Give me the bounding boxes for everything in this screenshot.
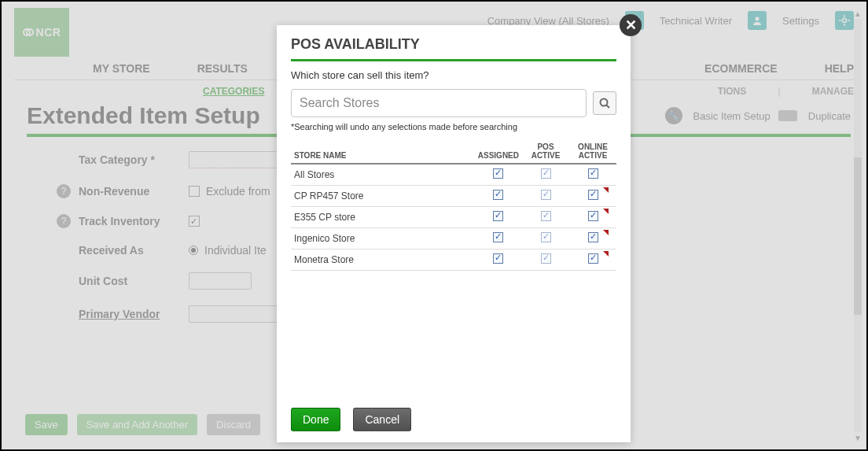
assigned-checkbox[interactable] bbox=[493, 211, 503, 221]
save-add-button[interactable]: Save and Add Another bbox=[77, 414, 197, 435]
store-name-cell: E355 CP store bbox=[291, 207, 475, 228]
pos-active-checkbox[interactable] bbox=[541, 253, 551, 264]
col-online-active: ONLINEACTIVE bbox=[569, 139, 616, 164]
assigned-checkbox[interactable] bbox=[493, 168, 503, 179]
label-received-as: Received As bbox=[79, 244, 189, 257]
label-individual: Individual Ite bbox=[204, 244, 267, 257]
search-placeholder: Search Stores bbox=[300, 96, 379, 110]
assigned-checkbox[interactable] bbox=[493, 190, 503, 200]
online-active-checkbox[interactable] bbox=[588, 253, 598, 264]
stores-table: STORE NAME ASSIGNED POSACTIVE ONLINEACTI… bbox=[291, 139, 616, 271]
online-active-checkbox[interactable] bbox=[588, 232, 598, 242]
duplicate-link[interactable]: Duplicate bbox=[808, 110, 851, 122]
nav-ecommerce[interactable]: ECOMMERCE bbox=[704, 62, 778, 75]
svg-point-3 bbox=[756, 17, 760, 21]
modal-title: POS AVAILABILITY bbox=[291, 36, 616, 61]
scroll-down-icon[interactable]: ▼ bbox=[852, 432, 863, 443]
close-icon[interactable]: ✕ bbox=[620, 14, 642, 36]
wrench-icon: 🔧 bbox=[665, 107, 682, 124]
assigned-checkbox[interactable] bbox=[493, 232, 503, 242]
subnav-manage[interactable]: MANAGE bbox=[812, 86, 854, 97]
col-pos-active: POSACTIVE bbox=[522, 139, 569, 164]
flag-icon bbox=[603, 187, 609, 193]
label-unit-cost: Unit Cost bbox=[79, 275, 189, 287]
online-active-checkbox[interactable] bbox=[588, 190, 598, 200]
store-name-cell: Monetra Store bbox=[291, 250, 475, 271]
subnav-categories[interactable]: CATEGORIES bbox=[203, 86, 264, 97]
search-stores-input[interactable]: Search Stores bbox=[291, 89, 587, 117]
svg-point-4 bbox=[843, 19, 847, 23]
pos-active-checkbox[interactable] bbox=[541, 211, 551, 221]
store-name-cell: Ingenico Store bbox=[291, 228, 475, 250]
pos-availability-modal: ✕ POS AVAILABILITY Which store can sell … bbox=[277, 25, 631, 442]
flag-icon bbox=[603, 251, 609, 257]
label-track-inventory: Track Inventory bbox=[79, 215, 189, 227]
online-active-checkbox[interactable] bbox=[588, 211, 598, 221]
label-primary-vendor: Primary Vendor bbox=[79, 308, 189, 320]
help-icon[interactable]: ? bbox=[57, 184, 71, 198]
nav-results[interactable]: RESULTS bbox=[197, 62, 248, 75]
label-tax-category: Tax Category * bbox=[79, 153, 189, 166]
table-row: Ingenico Store bbox=[291, 228, 616, 250]
logo: NCR bbox=[14, 8, 69, 57]
table-row: E355 CP store bbox=[291, 207, 616, 228]
flag-icon bbox=[603, 209, 609, 214]
assigned-checkbox[interactable] bbox=[493, 253, 503, 264]
col-store-name: STORE NAME bbox=[291, 139, 475, 164]
duplicate-icon bbox=[782, 110, 797, 121]
logo-text: NCR bbox=[36, 26, 61, 39]
unit-cost-input[interactable] bbox=[189, 272, 252, 290]
table-row: Monetra Store bbox=[291, 250, 616, 271]
svg-line-10 bbox=[607, 105, 610, 109]
label-exclude-from: Exclude from bbox=[206, 185, 270, 198]
table-row: CP RP457 Store bbox=[291, 186, 616, 207]
save-button[interactable]: Save bbox=[25, 414, 68, 435]
scroll-up-icon[interactable]: ▲ bbox=[852, 8, 863, 19]
nav-my-store[interactable]: MY STORE bbox=[93, 62, 150, 75]
received-as-radio[interactable] bbox=[189, 246, 198, 255]
nav-help[interactable]: HELP bbox=[825, 62, 854, 75]
subnav-tions[interactable]: TIONS bbox=[718, 86, 747, 97]
user-icon[interactable] bbox=[748, 11, 767, 30]
exclude-checkbox[interactable] bbox=[189, 186, 200, 197]
user-role[interactable]: Technical Writer bbox=[660, 15, 732, 27]
svg-point-9 bbox=[601, 99, 608, 106]
pos-active-checkbox[interactable] bbox=[541, 232, 551, 242]
help-icon[interactable]: ? bbox=[57, 214, 71, 228]
discard-button[interactable]: Discard bbox=[207, 414, 260, 435]
col-assigned: ASSIGNED bbox=[475, 139, 522, 164]
label-non-revenue: Non-Revenue bbox=[79, 185, 189, 198]
basic-item-setup-link[interactable]: Basic Item Setup bbox=[693, 110, 771, 122]
done-button[interactable]: Done bbox=[291, 408, 340, 431]
online-active-checkbox[interactable] bbox=[588, 168, 598, 179]
modal-subtitle: Which store can sell this item? bbox=[291, 69, 616, 81]
scrollbar[interactable]: ▲ ▼ bbox=[852, 8, 863, 443]
track-inventory-checkbox[interactable] bbox=[189, 216, 200, 227]
pos-active-checkbox[interactable] bbox=[541, 168, 551, 179]
cancel-button[interactable]: Cancel bbox=[353, 408, 411, 431]
scroll-thumb[interactable] bbox=[854, 157, 862, 315]
store-name-cell: All Stores bbox=[291, 164, 475, 186]
search-button[interactable] bbox=[593, 91, 616, 115]
gear-icon[interactable] bbox=[835, 11, 854, 30]
page-title: Extended Item Setup bbox=[27, 102, 260, 129]
table-row: All Stores bbox=[291, 164, 616, 186]
button-bar: Save Save and Add Another Discard bbox=[25, 414, 260, 435]
search-icon bbox=[598, 97, 611, 109]
store-name-cell: CP RP457 Store bbox=[291, 186, 475, 207]
settings-link[interactable]: Settings bbox=[782, 15, 819, 27]
pos-active-checkbox[interactable] bbox=[541, 190, 551, 200]
search-note: *Searching will undo any selections made… bbox=[291, 122, 616, 131]
flag-icon bbox=[603, 230, 609, 235]
